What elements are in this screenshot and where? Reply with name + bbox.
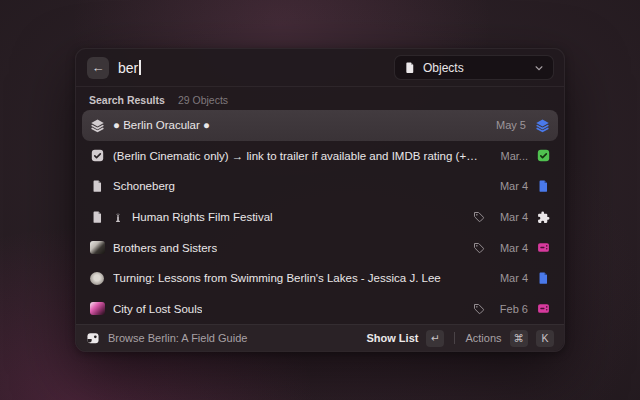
result-title: Brothers and Sisters (113, 242, 217, 254)
card-icon (537, 302, 550, 315)
page-icon (89, 179, 105, 193)
show-list-label[interactable]: Show List (366, 332, 418, 344)
result-title: Human Rights Film Festival (132, 211, 273, 223)
result-date: Mar 4 (494, 180, 528, 192)
result-date: Mar... (494, 150, 528, 162)
results-list: ● Berlin Oracular ● May 5 (Berlin Cinema… (76, 110, 564, 324)
footer-divider (454, 332, 455, 344)
tag-icon (473, 303, 485, 315)
statue-of-liberty-icon (113, 212, 123, 223)
checkbox-icon (89, 149, 105, 162)
search-header: ← ber Objects (76, 49, 564, 87)
result-title: City of Lost Souls (113, 303, 202, 315)
result-row[interactable]: ● Berlin Oracular ● May 5 (82, 110, 558, 141)
enter-keycap[interactable]: ↵ (426, 330, 444, 347)
k-keycap[interactable]: K (536, 330, 554, 347)
objects-filter-dropdown[interactable]: Objects (394, 55, 554, 80)
puzzle-icon (537, 211, 550, 224)
result-title: (Berlin Cinematic only) → link to traile… (113, 150, 478, 162)
search-query-text: ber (118, 60, 138, 76)
search-dialog: ← ber Objects Search Results 29 Objects (75, 48, 565, 352)
cmd-keycap[interactable]: ⌘ (510, 330, 529, 347)
search-input[interactable]: ber (118, 60, 141, 76)
back-button[interactable]: ← (87, 57, 109, 79)
page-icon (537, 271, 550, 285)
layers-icon (535, 118, 550, 133)
actions-label[interactable]: Actions (465, 332, 501, 344)
results-count: 29 Objects (178, 94, 228, 106)
result-row[interactable]: (Berlin Cinematic only) → link to traile… (82, 141, 558, 172)
result-date: May 5 (492, 119, 526, 131)
result-title: Turning: Lessons from Swimming Berlin's … (113, 272, 441, 284)
footer-bar: Browse Berlin: A Field Guide Show List ↵… (76, 324, 564, 351)
result-date: Mar 4 (494, 211, 528, 223)
result-title: Schoneberg (113, 180, 175, 192)
browse-box-icon (86, 331, 100, 345)
desktop-background: ← ber Objects Search Results 29 Objects (0, 0, 640, 400)
result-row[interactable]: Human Rights Film Festival Mar 4 (82, 202, 558, 233)
card-icon (537, 241, 550, 254)
layers-icon (89, 118, 105, 133)
filter-selected-value: Objects (423, 61, 527, 75)
check-green-icon (537, 149, 550, 162)
tag-icon (473, 242, 485, 254)
result-date: Feb 6 (494, 303, 528, 315)
results-header: Search Results 29 Objects (76, 87, 564, 110)
back-arrow-icon: ← (92, 60, 105, 75)
result-date: Mar 4 (494, 272, 528, 284)
page-icon (537, 179, 550, 193)
results-title: Search Results (89, 94, 165, 106)
result-row[interactable]: City of Lost Souls Feb 6 (82, 293, 558, 324)
text-caret (139, 60, 141, 75)
result-title: ● Berlin Oracular ● (113, 119, 210, 131)
page-icon (404, 61, 416, 74)
result-date: Mar 4 (494, 242, 528, 254)
thumbnail (89, 272, 105, 285)
context-label: Browse Berlin: A Field Guide (108, 332, 247, 344)
tag-icon (473, 211, 485, 223)
page-icon (89, 210, 105, 224)
result-row[interactable]: Turning: Lessons from Swimming Berlin's … (82, 263, 558, 294)
thumbnail (89, 302, 105, 315)
chevron-down-icon (534, 59, 544, 77)
result-row[interactable]: Schoneberg Mar 4 (82, 171, 558, 202)
thumbnail (89, 241, 105, 254)
result-row[interactable]: Brothers and Sisters Mar 4 (82, 232, 558, 263)
